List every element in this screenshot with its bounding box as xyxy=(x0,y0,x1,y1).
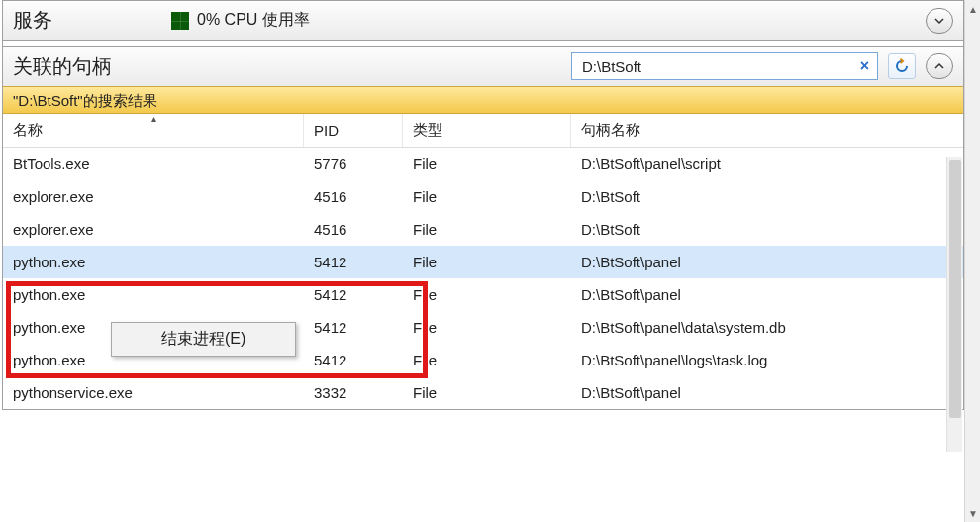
scroll-down-arrow-icon[interactable]: ▼ xyxy=(965,504,980,522)
refresh-icon xyxy=(894,58,910,74)
scrollbar-thumb[interactable] xyxy=(949,160,961,418)
scroll-up-arrow-icon[interactable]: ▲ xyxy=(965,0,980,18)
cell-handle: D:\BtSoft\panel xyxy=(571,376,963,409)
search-results-banner: "D:\BtSoft"的搜索结果 xyxy=(3,86,963,114)
cell-handle: D:\BtSoft\panel\logs\task.log xyxy=(571,344,963,376)
cell-pid: 5412 xyxy=(304,246,403,278)
result-rows: BtTools.exe5776FileD:\BtSoft\panel\scrip… xyxy=(3,148,963,409)
cell-name: python.exe xyxy=(3,246,304,278)
cell-name: explorer.exe xyxy=(3,213,304,246)
column-header-pid[interactable]: PID xyxy=(304,114,403,147)
cell-pid: 5412 xyxy=(304,311,403,344)
cell-name: python.exe xyxy=(3,278,304,311)
table-row[interactable]: python.exe5412FileD:\BtSoft\panel xyxy=(3,246,963,278)
table-row[interactable]: pythonservice.exe3332FileD:\BtSoft\panel xyxy=(3,376,963,409)
services-title: 服务 xyxy=(13,7,52,34)
handles-search-box[interactable]: × xyxy=(571,52,878,80)
table-row[interactable]: python.exe5412FileD:\BtSoft\panel xyxy=(3,278,963,311)
cell-handle: D:\BtSoft\panel\script xyxy=(571,148,963,180)
handles-collapse-button[interactable] xyxy=(926,53,953,79)
cell-name: explorer.exe xyxy=(3,180,304,213)
cell-pid: 3332 xyxy=(304,376,403,409)
cell-type: File xyxy=(403,376,571,409)
cell-name: pythonservice.exe xyxy=(3,376,304,409)
list-vertical-scrollbar[interactable] xyxy=(946,157,962,452)
cell-type: File xyxy=(403,213,571,246)
cell-pid: 5412 xyxy=(304,344,403,376)
cell-pid: 5776 xyxy=(304,148,403,180)
cpu-grid-icon xyxy=(171,12,189,30)
refresh-button[interactable] xyxy=(888,53,916,79)
table-row[interactable]: explorer.exe4516FileD:\BtSoft xyxy=(3,213,963,246)
handles-title: 关联的句柄 xyxy=(13,53,112,80)
handles-section-header: 关联的句柄 × xyxy=(3,47,963,86)
cell-pid: 4516 xyxy=(304,180,403,213)
cell-handle: D:\BtSoft xyxy=(571,180,963,213)
services-expand-button[interactable] xyxy=(926,8,953,34)
clear-search-button[interactable]: × xyxy=(856,57,873,75)
search-input[interactable] xyxy=(580,57,856,76)
cell-pid: 4516 xyxy=(304,213,403,246)
cell-type: File xyxy=(403,246,571,278)
sort-indicator-icon: ▴ xyxy=(151,113,156,124)
column-header-type[interactable]: 类型 xyxy=(403,114,571,147)
chevron-up-icon xyxy=(933,60,945,72)
menu-item-end-process[interactable]: 结束进程(E) xyxy=(112,323,295,356)
cell-handle: D:\BtSoft\panel xyxy=(571,246,963,278)
table-row[interactable]: BtTools.exe5776FileD:\BtSoft\panel\scrip… xyxy=(3,148,963,180)
page-vertical-scrollbar[interactable]: ▲ ▼ xyxy=(964,0,980,522)
cell-pid: 5412 xyxy=(304,278,403,311)
cell-handle: D:\BtSoft\panel\data\system.db xyxy=(571,311,963,344)
cell-type: File xyxy=(403,278,571,311)
cell-handle: D:\BtSoft xyxy=(571,213,963,246)
cell-handle: D:\BtSoft\panel xyxy=(571,278,963,311)
column-header-name[interactable]: 名称 ▴ xyxy=(3,114,304,147)
context-menu: 结束进程(E) xyxy=(111,322,296,357)
table-row[interactable]: explorer.exe4516FileD:\BtSoft xyxy=(3,180,963,213)
cell-type: File xyxy=(403,311,571,344)
column-header-handle[interactable]: 句柄名称 xyxy=(571,114,963,147)
cell-name: BtTools.exe xyxy=(3,148,304,180)
cpu-usage: 0% CPU 使用率 xyxy=(171,10,310,31)
cpu-usage-label: 0% CPU 使用率 xyxy=(197,10,310,31)
cell-type: File xyxy=(403,344,571,376)
column-headers: 名称 ▴ PID 类型 句柄名称 xyxy=(3,114,963,148)
chevron-down-icon xyxy=(933,15,945,27)
cell-type: File xyxy=(403,180,571,213)
cell-type: File xyxy=(403,148,571,180)
services-section-header: 服务 0% CPU 使用率 xyxy=(3,1,963,41)
